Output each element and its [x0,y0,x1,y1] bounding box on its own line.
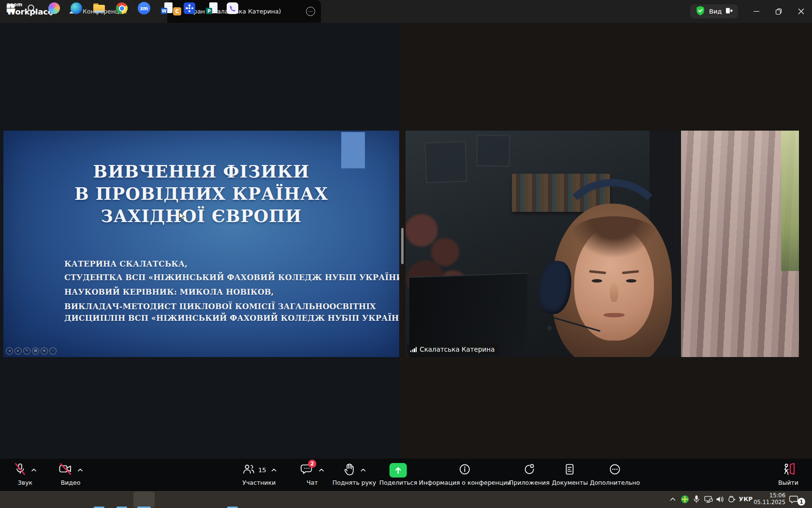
tray-volume[interactable] [716,491,725,508]
eyebrow [622,270,639,274]
taskbar-zoom-app[interactable]: zm [133,0,155,16]
meeting-info-label: Информация о конференции [419,479,511,486]
pane-divider-handle[interactable] [401,228,404,264]
chrome-icon [116,2,128,14]
meeting-toolbar: Звук Видео 15 [0,459,812,491]
taskbar-copilot-app[interactable] [44,0,65,16]
taskbar-dots-app[interactable] [179,0,200,16]
viber-icon [227,2,238,14]
slide-author-line-3: НАУКОВИЙ КЕРІВНИК: МИКОЛА НОВІКОВ, [64,287,274,297]
word-icon: W [161,2,173,14]
chat-options-chevron[interactable] [319,468,324,472]
meeting-info-button[interactable]: Информация о конференции [419,463,511,486]
taskbar-file-explorer-app[interactable] [88,0,110,16]
dots-app-icon [184,2,195,14]
view-button-label: Вид [709,8,722,15]
microphone-icon [693,495,700,504]
slideshow-annotation-toolbar [6,347,57,355]
tray-show-hidden-icons[interactable] [670,491,676,508]
file-explorer-icon [93,3,105,13]
document-icon [564,463,576,478]
tray-time: 15:06 [751,492,785,499]
tray-microphone[interactable] [693,491,700,508]
share-screen-icon [390,463,407,478]
network-display-icon [704,495,713,504]
nose [610,284,618,302]
taskbar-search-button[interactable] [21,0,42,16]
close-button[interactable] [790,0,812,23]
next-slide-icon [14,347,22,355]
eyebrow [589,270,606,274]
more-icon [49,347,57,355]
documents-button[interactable]: Документы [552,463,588,486]
audio-button[interactable]: Звук [14,463,37,486]
slide-title: ВИВЧЕННЯ ФІЗИКИ В ПРОВІДНИХ КРАЇНАХ ЗАХІ… [3,161,399,227]
notification-count-badge: 1 [798,498,805,506]
slide-title-line-1: ВИВЧЕННЯ ФІЗИКИ [3,161,399,183]
slide-author-line-5: ДИСЦИПЛІН ВСП «НІЖИНСЬКИЙ ФАХОВИЙ КОЛЕДЖ… [64,314,399,323]
headset-mic-tip [547,326,552,330]
taskbar-publisher-app[interactable]: P [201,0,222,16]
security-shield-icon[interactable] [696,5,705,17]
tray-notification-center[interactable] [789,491,798,508]
video-label: Видео [61,479,81,486]
signal-bars-icon [410,347,417,352]
tray-screencast[interactable] [727,491,736,508]
windows-taskbar [0,491,812,508]
eye [592,279,602,283]
chat-unread-badge: 2 [308,460,317,468]
apps-button[interactable]: Приложения [509,463,550,486]
share-screen-button[interactable]: Поделиться [379,463,418,486]
taskbar-word-app[interactable]: W [156,0,177,16]
more-ellipsis-icon [609,463,621,478]
slide-title-line-3: ЗАХІДНОЇ ЄВРОПИ [3,205,399,227]
mic-muted-icon [14,463,27,478]
apps-label: Приложения [509,479,550,486]
mouse-cursor [179,211,185,223]
chevron-up-icon [670,497,676,501]
more-options-button[interactable]: Дополнительно [590,463,640,486]
screencast-icon [727,495,736,503]
prev-slide-icon [6,347,13,355]
tray-date: 05.11.2025 [751,499,785,506]
participants-options-chevron[interactable] [271,468,276,472]
window-light [781,131,799,271]
video-options-chevron[interactable] [78,468,83,472]
raise-hand-options-chevron[interactable] [360,468,365,472]
chat-button[interactable]: 2 Чат [301,463,324,486]
magnifier-icon [41,347,48,355]
minimize-button[interactable] [745,0,768,23]
slide-author-line-1: КАТЕРИНА СКАЛАТСЬКА, [64,259,188,269]
audio-options-chevron[interactable] [31,468,37,472]
share-screen-label: Поделиться [379,479,418,486]
participant-name-label: Скалатська Катерина [407,344,499,355]
tray-antivirus[interactable] [681,491,689,508]
slide-author-line-4: ВИКЛАДАЧ-МЕТОДИСТ ЦИКЛОВОЇ КОМІСІЇ ЗАГАЛ… [64,302,376,311]
taskbar-edge-app[interactable] [66,0,87,16]
participants-button[interactable]: 15 Участники [242,463,276,486]
slide-author-line-2: СТУДЕНТКА ВСП «НІЖИНСЬКИЙ ФАХОВИЙ КОЛЕДЖ… [64,273,399,282]
start-button[interactable] [0,0,21,16]
camera-off-icon [58,463,73,478]
leave-door-icon [781,463,796,478]
raise-hand-button[interactable]: Поднять руку [333,463,376,486]
face [574,226,654,341]
grid-icon [32,347,39,355]
participants-count: 15 [258,466,266,474]
maximize-restore-button[interactable] [768,0,790,23]
antivirus-icon [681,495,689,504]
zoom-app-icon: zm [138,2,150,15]
layout-view-icon [725,7,733,15]
tab-options-icon[interactable]: ⋯ [306,7,315,16]
leave-meeting-button[interactable]: Выйти [778,463,798,486]
video-button[interactable]: Видео [58,463,83,486]
view-button[interactable]: Вид [690,4,738,18]
taskbar-chrome-app[interactable] [111,0,132,16]
info-icon [459,463,471,478]
tray-clock[interactable]: 15:06 05.11.2025 [751,492,785,506]
taskbar-viber-app[interactable] [222,0,243,16]
participant-person [523,171,704,357]
search-icon [27,3,37,14]
participants-label: Участники [243,479,276,486]
tray-network[interactable] [704,491,713,508]
